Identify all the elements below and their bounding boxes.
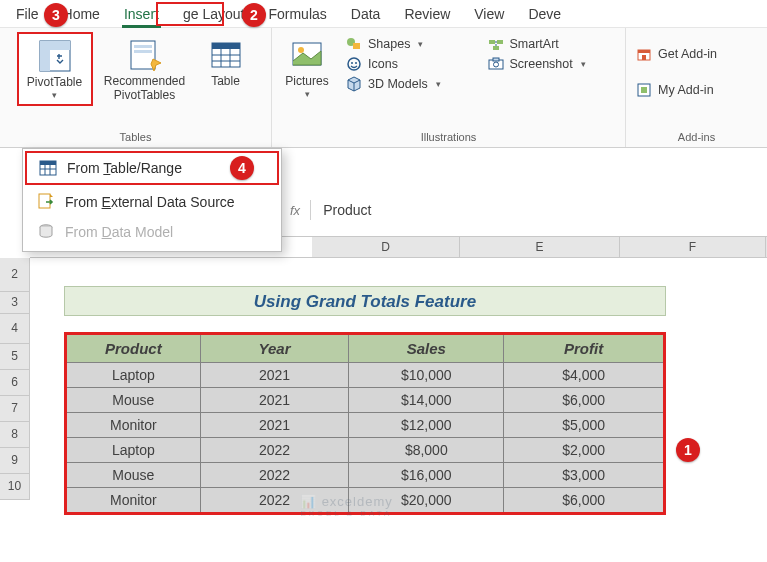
table-header-row: Product Year Sales Profit bbox=[66, 334, 665, 363]
col-d[interactable]: D bbox=[312, 237, 460, 257]
svg-rect-38 bbox=[39, 194, 50, 208]
table-row: Mouse2021$14,000$6,000 bbox=[66, 388, 665, 413]
header-profit[interactable]: Profit bbox=[504, 334, 665, 363]
sheet-title: Using Grand Totals Feature bbox=[64, 286, 666, 316]
shapes-button[interactable]: Shapes ▾ bbox=[340, 34, 480, 54]
header-year[interactable]: Year bbox=[200, 334, 349, 363]
row-3[interactable]: 3 bbox=[0, 292, 29, 314]
cell[interactable]: $2,000 bbox=[504, 438, 665, 463]
cube-icon bbox=[346, 76, 362, 92]
cell[interactable]: $6,000 bbox=[504, 488, 665, 514]
cell[interactable]: $14,000 bbox=[349, 388, 504, 413]
row-10[interactable]: 10 bbox=[0, 474, 29, 500]
row-2[interactable]: 2 bbox=[0, 258, 29, 292]
store-icon bbox=[636, 46, 652, 62]
col-f[interactable]: F bbox=[620, 237, 766, 257]
svg-rect-16 bbox=[353, 43, 360, 49]
cell[interactable]: Monitor bbox=[66, 413, 201, 438]
row-5[interactable]: 5 bbox=[0, 344, 29, 370]
cell[interactable]: Laptop bbox=[66, 363, 201, 388]
svg-rect-30 bbox=[642, 55, 646, 60]
callout-1: 1 bbox=[676, 438, 700, 462]
tab-insert[interactable]: Insert bbox=[112, 4, 171, 27]
cell[interactable]: 2022 bbox=[200, 438, 349, 463]
chevron-down-icon: ▾ bbox=[305, 89, 310, 99]
get-addins-button[interactable]: Get Add-in bbox=[630, 44, 763, 64]
ribbon: PivotTable ▾ Recommended PivotTables Tab… bbox=[0, 28, 767, 148]
cell[interactable]: $3,000 bbox=[504, 463, 665, 488]
smartart-button[interactable]: SmartArt bbox=[482, 34, 622, 54]
cell[interactable]: $20,000 bbox=[349, 488, 504, 514]
cell[interactable]: $8,000 bbox=[349, 438, 504, 463]
formula-value[interactable]: Product bbox=[310, 200, 710, 220]
svg-rect-4 bbox=[134, 45, 152, 48]
from-data-model-label: From Data Model bbox=[65, 224, 173, 240]
table-row: Laptop2022$8,000$2,000 bbox=[66, 438, 665, 463]
callout-3: 3 bbox=[44, 3, 68, 27]
tab-review[interactable]: Review bbox=[392, 4, 462, 27]
3d-models-button[interactable]: 3D Models ▾ bbox=[340, 74, 480, 94]
cell[interactable]: $10,000 bbox=[349, 363, 504, 388]
table-label: Table bbox=[211, 75, 240, 89]
svg-rect-22 bbox=[489, 40, 495, 44]
smartart-label: SmartArt bbox=[510, 37, 559, 51]
worksheet[interactable]: Using Grand Totals Feature Product Year … bbox=[30, 258, 767, 562]
svg-rect-5 bbox=[134, 50, 152, 53]
col-e[interactable]: E bbox=[460, 237, 620, 257]
from-data-model-item: From Data Model bbox=[23, 217, 281, 247]
row-8[interactable]: 8 bbox=[0, 422, 29, 448]
group-illustrations-label: Illustrations bbox=[421, 129, 477, 145]
shapes-icon bbox=[346, 36, 362, 52]
3d-models-label: 3D Models bbox=[368, 77, 428, 91]
tab-developer[interactable]: Deve bbox=[516, 4, 573, 27]
table-row: Mouse2022$16,000$3,000 bbox=[66, 463, 665, 488]
header-sales[interactable]: Sales bbox=[349, 334, 504, 363]
tab-formulas[interactable]: Formulas bbox=[256, 4, 338, 27]
chevron-down-icon: ▾ bbox=[52, 90, 57, 100]
cell[interactable]: $5,000 bbox=[504, 413, 665, 438]
fx-label: fx bbox=[290, 203, 300, 218]
tab-data[interactable]: Data bbox=[339, 4, 393, 27]
cell[interactable]: $4,000 bbox=[504, 363, 665, 388]
cell[interactable]: 2022 bbox=[200, 463, 349, 488]
cell[interactable]: Mouse bbox=[66, 463, 201, 488]
recommended-pivot-icon bbox=[127, 37, 163, 73]
recommended-pivottables-button[interactable]: Recommended PivotTables bbox=[95, 32, 195, 108]
cell[interactable]: $6,000 bbox=[504, 388, 665, 413]
external-data-icon bbox=[37, 193, 55, 211]
cell[interactable]: Mouse bbox=[66, 388, 201, 413]
from-external-data-item[interactable]: From External Data Source bbox=[23, 187, 281, 217]
svg-rect-29 bbox=[638, 50, 650, 53]
svg-rect-27 bbox=[493, 58, 499, 61]
header-product[interactable]: Product bbox=[66, 334, 201, 363]
row-9[interactable]: 9 bbox=[0, 448, 29, 474]
cell[interactable]: 2021 bbox=[200, 413, 349, 438]
screenshot-button[interactable]: Screenshot ▾ bbox=[482, 54, 622, 74]
cell[interactable]: Monitor bbox=[66, 488, 201, 514]
my-addins-button[interactable]: My Add-in bbox=[630, 80, 763, 100]
row-6[interactable]: 6 bbox=[0, 370, 29, 396]
svg-point-17 bbox=[348, 58, 360, 70]
screenshot-label: Screenshot bbox=[510, 57, 573, 71]
my-addins-label: My Add-in bbox=[658, 83, 714, 97]
from-table-range-label: From Table/Range bbox=[67, 160, 182, 176]
table-row: Laptop2021$10,000$4,000 bbox=[66, 363, 665, 388]
row-4[interactable]: 4 bbox=[0, 314, 29, 344]
pivottable-button[interactable]: PivotTable ▾ bbox=[17, 32, 93, 106]
cell[interactable]: 2021 bbox=[200, 363, 349, 388]
table-row: Monitor2021$12,000$5,000 bbox=[66, 413, 665, 438]
table-button[interactable]: Table bbox=[197, 32, 255, 94]
pictures-button[interactable]: Pictures ▾ bbox=[276, 32, 338, 104]
tab-view[interactable]: View bbox=[462, 4, 516, 27]
svg-rect-24 bbox=[493, 46, 499, 50]
cell[interactable]: Laptop bbox=[66, 438, 201, 463]
cell[interactable]: $16,000 bbox=[349, 463, 504, 488]
icons-button[interactable]: Icons bbox=[340, 54, 480, 74]
cell[interactable]: $12,000 bbox=[349, 413, 504, 438]
table-icon bbox=[208, 37, 244, 73]
row-7[interactable]: 7 bbox=[0, 396, 29, 422]
pictures-label: Pictures bbox=[285, 75, 328, 89]
cell[interactable]: 2021 bbox=[200, 388, 349, 413]
cell[interactable]: 2022 bbox=[200, 488, 349, 514]
group-tables-label: Tables bbox=[120, 129, 152, 145]
